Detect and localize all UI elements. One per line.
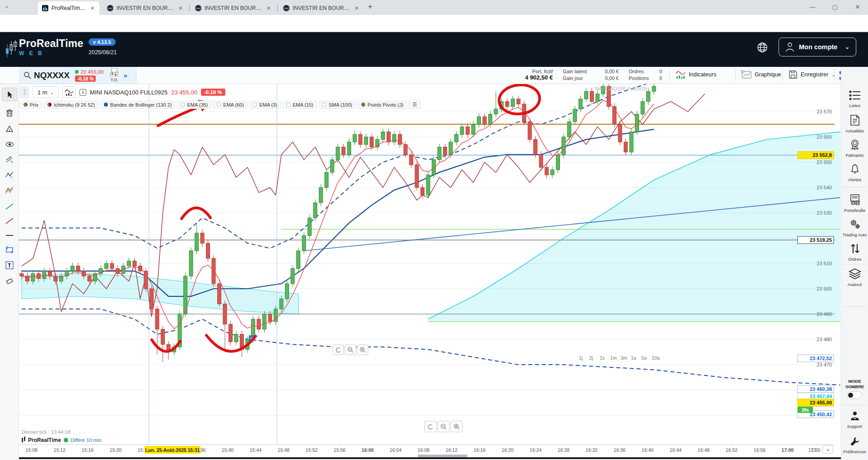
legend-chip-5[interactable]: EMA (3)	[249, 101, 281, 109]
chart-zoom-controls[interactable]	[333, 345, 368, 355]
cursor-tool[interactable]	[2, 88, 17, 101]
red-trendline-tool[interactable]	[2, 214, 17, 228]
sidebar-item-palmares[interactable]: Palmarès	[841, 139, 868, 158]
window-minimize-button[interactable]: —	[802, 0, 823, 14]
legend-chip-0[interactable]: Prix	[20, 101, 42, 109]
version-badge[interactable]: v 4.13.5	[89, 38, 116, 46]
candle-body	[392, 134, 396, 142]
tab-investir-1[interactable]: INVESTIR EN BOURSE AVEC ICH ✕	[103, 1, 187, 15]
zigzag-channel-tool[interactable]	[2, 183, 17, 197]
range-button-1s[interactable]: 1s	[600, 355, 605, 361]
candle-body	[31, 273, 35, 281]
sidebar-item-portefeuille[interactable]: Portefeuille	[841, 194, 868, 213]
sidebar-item-preferences[interactable]: Préférences	[841, 437, 868, 454]
dark-mode-toggle[interactable]	[847, 391, 862, 399]
indicators-button[interactable]: Indicateurs	[676, 70, 716, 79]
sidebar-item-trading-auto[interactable]: Trading Auto	[841, 219, 868, 237]
candle-body	[127, 261, 131, 266]
candle-body	[415, 165, 419, 188]
multi-line-draw-tool[interactable]	[2, 153, 17, 166]
right-sidebar: Listes Actualités Palmarès Alertes Porte…	[841, 67, 868, 460]
legend-checkbox	[253, 103, 257, 107]
new-tab-button[interactable]: +	[368, 3, 372, 11]
legend-chip-8[interactable]: Points Pivots (J)	[358, 101, 407, 109]
legend-chip-1[interactable]: Ichimoku (9 26 52)	[44, 101, 98, 109]
info-icon[interactable]: i	[79, 89, 86, 96]
candle-body	[460, 127, 464, 135]
language-globe-icon[interactable]	[757, 42, 768, 53]
text-tool[interactable]: T	[2, 258, 17, 272]
rectangle-cycle-tool[interactable]	[2, 243, 17, 257]
zoom-out-button[interactable]	[438, 421, 449, 432]
candle-body	[590, 91, 594, 101]
symbol-input[interactable]: NQXXXX	[34, 70, 70, 80]
zigzag-tool[interactable]: a	[2, 168, 17, 182]
window-maximize-button[interactable]: ▢	[825, 0, 845, 14]
undo-button[interactable]	[333, 345, 344, 355]
range-button-5a[interactable]: 5a	[641, 355, 647, 361]
drag-grip-icon[interactable]	[20, 86, 29, 98]
orders-label: Ordres	[629, 69, 655, 74]
tab-close-icon[interactable]: ✕	[266, 5, 271, 12]
tab-investir-3[interactable]: INVESTIR EN BOURSE AVEC ICH ✕	[279, 1, 363, 15]
time-axis-label: 16:48	[698, 447, 709, 453]
save-button[interactable]: Enregistrer ⌄	[789, 70, 835, 79]
save-floppy-icon	[789, 70, 798, 79]
chart-button[interactable]: Graphique	[741, 70, 781, 79]
tab-close-icon[interactable]: ✕	[178, 5, 183, 12]
range-button-2j[interactable]: 2j	[589, 355, 593, 361]
eraser-tool[interactable]	[2, 274, 17, 287]
tab-close-icon[interactable]: ✕	[354, 5, 359, 12]
zoom-in-button[interactable]	[357, 345, 368, 355]
candlestick-chart[interactable]: 23 57023 56023 55023 54023 53023 51023 5…	[19, 84, 841, 460]
horizontal-scrollbar[interactable]	[418, 455, 467, 457]
zoom-out-button[interactable]	[345, 345, 356, 355]
undo-button[interactable]	[425, 421, 436, 432]
range-button-1j[interactable]: 1j	[579, 355, 583, 361]
green-trendline-tool[interactable]	[2, 200, 17, 213]
legend-chip-4[interactable]: EMA (60)	[213, 101, 247, 109]
account-button[interactable]: Mon compte ⌄	[779, 38, 856, 56]
sidebar-item-label: Portefeuille	[841, 208, 868, 213]
legend-chip-7[interactable]: SMA (100)	[319, 101, 356, 109]
tab-investir-2[interactable]: INVESTIR EN BOURSE AVEC ICH ✕	[191, 1, 275, 15]
sidebar-item-alertes[interactable]: Alertes	[841, 164, 868, 182]
candle-body	[534, 140, 537, 155]
legend-chip-3[interactable]: EMA (35)	[177, 101, 211, 109]
range-button-1m[interactable]: 1m	[610, 355, 617, 361]
sidebar-item-support[interactable]: Support	[841, 411, 868, 429]
sidebar-item-actualites[interactable]: Actualités	[841, 115, 868, 133]
symbol-section[interactable]: NQXXXX 23 455,00 -0,18 % T.O. »	[19, 67, 136, 84]
candle-body	[201, 233, 204, 243]
sidebar-item-avance[interactable]: Avancé	[841, 268, 868, 287]
chart-style-button[interactable]	[62, 86, 76, 98]
design-tool[interactable]	[2, 122, 17, 136]
price-axis-chip-label: 23 450,42	[810, 412, 832, 417]
sidebar-item-listes[interactable]: Listes	[841, 90, 868, 108]
tab-search-icon[interactable]: ⌄	[5, 3, 9, 9]
legend-chip-2[interactable]: Bandes de Bollinger (130 2)	[100, 101, 175, 109]
brand-name: ProRealTime	[19, 38, 83, 50]
tab-title: INVESTIR EN BOURSE AVEC ICH	[205, 5, 263, 11]
order-ticket-icon[interactable]	[110, 68, 119, 76]
zoom-in-button[interactable]	[451, 421, 462, 432]
range-button-10a[interactable]: 10a	[652, 355, 660, 361]
chart-zoom-controls-bottom[interactable]	[425, 421, 462, 432]
expand-symbol-icon[interactable]: »	[123, 71, 127, 79]
tab-prorealtime[interactable]: ProRealTime Web ✕	[38, 1, 99, 15]
chart-area[interactable]: 23 57023 56023 55023 54023 53023 51023 5…	[19, 84, 841, 460]
window-close-button[interactable]: ✕	[847, 0, 868, 14]
sidebar-item-ordres[interactable]: Ordres	[841, 243, 868, 262]
range-button-1a[interactable]: 1a	[631, 355, 636, 361]
legend-menu-button[interactable]: ☰	[409, 100, 420, 109]
tab-close-icon[interactable]: ✕	[89, 5, 95, 12]
horizontal-line-tool[interactable]	[2, 229, 17, 242]
visibility-eye-tool[interactable]	[2, 137, 17, 151]
range-button-3m[interactable]: 3m	[621, 355, 627, 361]
chevron-down-icon: ⌄	[50, 90, 54, 95]
delete-tool[interactable]	[2, 106, 17, 119]
legend-chip-6[interactable]: EMA (15)	[283, 101, 317, 109]
search-icon[interactable]	[23, 71, 31, 79]
timeframe-select[interactable]: 1 m⌄	[33, 86, 59, 98]
time-axis-label: 16:04	[390, 447, 401, 453]
